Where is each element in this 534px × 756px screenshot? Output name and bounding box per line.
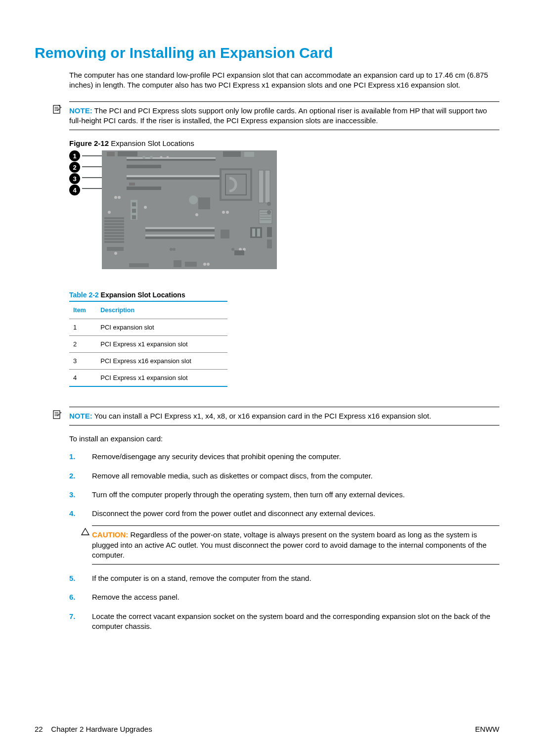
svg-point-42	[267, 202, 271, 206]
svg-point-24	[114, 196, 117, 199]
callout-1: 1	[69, 150, 80, 161]
svg-rect-70	[185, 262, 197, 267]
install-lead: To install an expansion card:	[69, 434, 499, 443]
svg-rect-61	[145, 235, 215, 236]
svg-point-41	[267, 210, 271, 214]
svg-point-25	[118, 196, 121, 199]
table-row: 1PCI expansion slot	[69, 319, 227, 336]
page-title: Removing or Installing an Expansion Card	[35, 45, 499, 61]
chapter-label: Chapter 2 Hardware Upgrades	[51, 725, 152, 733]
figure-label: Figure 2-12	[69, 139, 109, 147]
svg-point-43	[189, 195, 198, 204]
table-row: 4PCI Express x1 expansion slot	[69, 370, 227, 387]
page-number: 22	[35, 725, 43, 733]
svg-point-77	[114, 252, 117, 255]
svg-rect-68	[129, 263, 149, 267]
svg-rect-55	[132, 202, 136, 206]
svg-point-72	[207, 263, 210, 266]
svg-point-22	[167, 156, 169, 159]
svg-rect-69	[174, 260, 181, 267]
list-item: If the computer is on a stand, remove th…	[69, 573, 499, 583]
svg-rect-65	[250, 227, 262, 238]
figure-title: Expansion Slot Locations	[111, 139, 194, 147]
svg-rect-30	[265, 170, 270, 203]
table-label: Table 2-2	[69, 291, 99, 299]
svg-rect-29	[259, 170, 264, 203]
caution-label: CAUTION:	[92, 530, 128, 539]
note-label: NOTE:	[69, 412, 92, 420]
note-icon	[53, 410, 62, 422]
expansion-slot-table: Item Description 1PCI expansion slot 2PC…	[69, 301, 227, 387]
th-item: Item	[69, 301, 96, 319]
figure-caption: Figure 2-12 Expansion Slot Locations	[69, 139, 499, 147]
intro-paragraph: The computer has one standard low-profil…	[69, 70, 499, 91]
note-block-1: NOTE: The PCI and PCI Express slots supp…	[69, 101, 499, 131]
svg-point-63	[222, 211, 225, 214]
note-text: You can install a PCI Express x1, x4, x8…	[94, 412, 431, 420]
svg-rect-56	[132, 209, 136, 213]
svg-rect-7	[223, 151, 241, 157]
caution-block: CAUTION: Regardless of the power-on stat…	[92, 525, 499, 565]
svg-point-75	[231, 248, 234, 251]
svg-rect-57	[132, 215, 136, 219]
svg-rect-14	[127, 157, 216, 159]
note-icon	[53, 105, 62, 117]
list-item: Remove the access panel.	[69, 592, 499, 602]
svg-rect-5	[107, 152, 115, 156]
table-caption: Table 2-2 Expansion Slot Locations	[69, 291, 499, 299]
install-steps: Remove/disengage any security devices th…	[69, 452, 499, 631]
svg-point-21	[160, 156, 163, 159]
caution-icon	[81, 528, 89, 538]
svg-rect-17	[127, 175, 221, 177]
callout-3: 3	[69, 173, 80, 184]
svg-point-26	[108, 211, 111, 214]
svg-point-80	[144, 206, 147, 209]
svg-rect-59	[145, 227, 215, 229]
note-block-2: NOTE: You can install a PCI Express x1, …	[69, 407, 499, 425]
list-item: Remove/disengage any security devices th…	[69, 452, 499, 462]
step-text: Disconnect the power cord from the power…	[92, 509, 375, 518]
svg-rect-23	[129, 183, 135, 186]
figure-callouts: 1 2 3 4	[69, 150, 80, 196]
list-item: Disconnect the power cord from the power…	[69, 509, 499, 565]
svg-rect-6	[118, 151, 137, 156]
svg-point-79	[173, 248, 176, 251]
table-title: Expansion Slot Locations	[101, 291, 185, 299]
svg-rect-45	[104, 217, 124, 243]
svg-rect-44	[198, 197, 210, 209]
list-item: Turn off the computer properly through t…	[69, 490, 499, 500]
note-text: The PCI and PCI Express slots support on…	[69, 106, 487, 125]
svg-rect-8	[244, 152, 254, 157]
svg-point-71	[203, 263, 206, 266]
svg-rect-67	[257, 229, 260, 236]
svg-rect-82	[234, 250, 244, 255]
table-row: 2PCI Express x1 expansion slot	[69, 336, 227, 353]
svg-point-20	[150, 156, 153, 159]
svg-rect-15	[127, 165, 161, 168]
svg-rect-62	[221, 230, 229, 238]
callout-4: 4	[69, 185, 80, 195]
svg-rect-40	[267, 239, 272, 248]
page-footer: 22 Chapter 2 Hardware Upgrades ENWW	[35, 725, 499, 733]
table-row: 3PCI Express x16 expansion slot	[69, 353, 227, 370]
svg-rect-39	[267, 227, 272, 237]
footer-right: ENWW	[475, 725, 499, 733]
note-label: NOTE:	[69, 106, 92, 115]
svg-rect-76	[107, 247, 124, 251]
list-item: Remove all removable media, such as disk…	[69, 471, 499, 481]
svg-point-19	[142, 156, 145, 159]
caution-text: Regardless of the power-on state, voltag…	[92, 530, 487, 559]
svg-rect-66	[252, 229, 255, 236]
motherboard-svg	[82, 150, 277, 269]
th-description: Description	[96, 301, 227, 319]
callout-2: 2	[69, 162, 80, 173]
list-item: Locate the correct vacant expansion sock…	[69, 612, 499, 632]
svg-point-64	[226, 211, 229, 214]
svg-rect-18	[127, 187, 161, 190]
motherboard-figure: 1 2 3 4	[69, 150, 277, 269]
svg-point-78	[170, 248, 173, 251]
svg-point-81	[195, 213, 198, 216]
